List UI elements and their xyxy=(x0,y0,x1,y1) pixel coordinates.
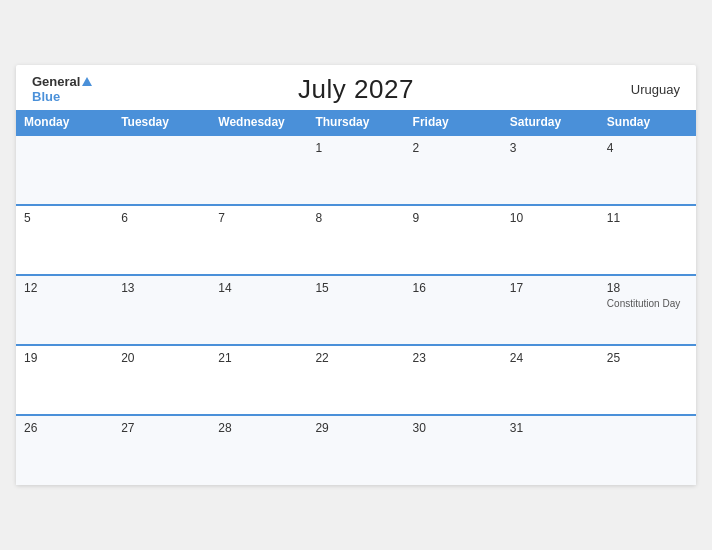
day-number: 4 xyxy=(607,141,688,155)
day-number: 6 xyxy=(121,211,202,225)
day-number: 13 xyxy=(121,281,202,295)
day-cell: 22 xyxy=(307,345,404,415)
day-cell: 28 xyxy=(210,415,307,485)
day-cell: 14 xyxy=(210,275,307,345)
day-number: 25 xyxy=(607,351,688,365)
day-number: 20 xyxy=(121,351,202,365)
day-number: 26 xyxy=(24,421,105,435)
day-cell: 17 xyxy=(502,275,599,345)
day-cell: 27 xyxy=(113,415,210,485)
day-cell: 7 xyxy=(210,205,307,275)
day-number: 2 xyxy=(413,141,494,155)
day-number: 8 xyxy=(315,211,396,225)
day-cell xyxy=(210,135,307,205)
day-cell: 29 xyxy=(307,415,404,485)
day-number: 21 xyxy=(218,351,299,365)
logo: GeneralBlue xyxy=(32,75,92,104)
day-number: 11 xyxy=(607,211,688,225)
day-cell: 25 xyxy=(599,345,696,415)
day-cell: 18Constitution Day xyxy=(599,275,696,345)
week-row: 262728293031 xyxy=(16,415,696,485)
day-number: 17 xyxy=(510,281,591,295)
day-cell: 24 xyxy=(502,345,599,415)
weekday-header: Friday xyxy=(405,110,502,135)
day-number: 5 xyxy=(24,211,105,225)
day-cell: 2 xyxy=(405,135,502,205)
day-number: 27 xyxy=(121,421,202,435)
day-number: 22 xyxy=(315,351,396,365)
day-cell: 3 xyxy=(502,135,599,205)
day-number: 31 xyxy=(510,421,591,435)
day-number: 29 xyxy=(315,421,396,435)
day-cell: 13 xyxy=(113,275,210,345)
day-number: 12 xyxy=(24,281,105,295)
day-cell xyxy=(599,415,696,485)
day-number: 16 xyxy=(413,281,494,295)
week-row: 567891011 xyxy=(16,205,696,275)
calendar-title: July 2027 xyxy=(298,74,414,105)
holiday-label: Constitution Day xyxy=(607,298,688,310)
week-row: 1234 xyxy=(16,135,696,205)
day-cell: 21 xyxy=(210,345,307,415)
day-cell: 30 xyxy=(405,415,502,485)
weekday-header: Saturday xyxy=(502,110,599,135)
day-cell: 26 xyxy=(16,415,113,485)
weekday-header-row: MondayTuesdayWednesdayThursdayFridaySatu… xyxy=(16,110,696,135)
day-number: 3 xyxy=(510,141,591,155)
day-number: 9 xyxy=(413,211,494,225)
day-cell: 1 xyxy=(307,135,404,205)
day-cell: 12 xyxy=(16,275,113,345)
day-cell: 19 xyxy=(16,345,113,415)
day-cell: 16 xyxy=(405,275,502,345)
calendar-grid: MondayTuesdayWednesdayThursdayFridaySatu… xyxy=(16,110,696,485)
day-number: 19 xyxy=(24,351,105,365)
day-cell: 11 xyxy=(599,205,696,275)
weekday-header: Monday xyxy=(16,110,113,135)
day-cell: 20 xyxy=(113,345,210,415)
day-number: 1 xyxy=(315,141,396,155)
day-number: 18 xyxy=(607,281,688,295)
day-number: 15 xyxy=(315,281,396,295)
day-number: 24 xyxy=(510,351,591,365)
weekday-header: Thursday xyxy=(307,110,404,135)
week-row: 12131415161718Constitution Day xyxy=(16,275,696,345)
day-cell: 31 xyxy=(502,415,599,485)
calendar-container: GeneralBlueJuly 2027Uruguay MondayTuesda… xyxy=(16,65,696,485)
day-number: 14 xyxy=(218,281,299,295)
day-cell: 8 xyxy=(307,205,404,275)
week-row: 19202122232425 xyxy=(16,345,696,415)
day-cell xyxy=(113,135,210,205)
weekday-header: Sunday xyxy=(599,110,696,135)
day-cell: 6 xyxy=(113,205,210,275)
day-cell: 5 xyxy=(16,205,113,275)
day-number: 30 xyxy=(413,421,494,435)
weekday-header: Wednesday xyxy=(210,110,307,135)
country-label: Uruguay xyxy=(631,82,680,97)
day-cell: 9 xyxy=(405,205,502,275)
weekday-header: Tuesday xyxy=(113,110,210,135)
day-number: 7 xyxy=(218,211,299,225)
day-cell xyxy=(16,135,113,205)
calendar-header: GeneralBlueJuly 2027Uruguay xyxy=(16,65,696,110)
day-cell: 15 xyxy=(307,275,404,345)
day-number: 23 xyxy=(413,351,494,365)
day-cell: 4 xyxy=(599,135,696,205)
day-number: 28 xyxy=(218,421,299,435)
day-cell: 10 xyxy=(502,205,599,275)
day-cell: 23 xyxy=(405,345,502,415)
day-number: 10 xyxy=(510,211,591,225)
